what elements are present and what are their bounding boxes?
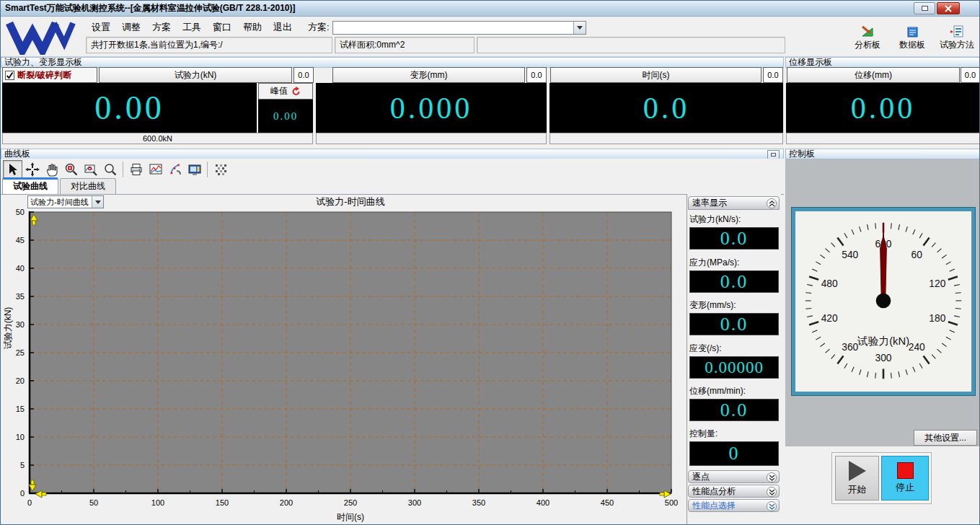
svg-text:200: 200 <box>280 498 293 507</box>
section-performance-analysis[interactable]: 性能点分析 <box>688 485 780 498</box>
scheme-label: 方案: <box>308 21 330 34</box>
status-empty <box>477 37 785 53</box>
svg-text:250: 250 <box>344 498 357 507</box>
restore-window-button[interactable] <box>914 2 935 14</box>
svg-text:150: 150 <box>216 498 229 507</box>
fracture-check-cell[interactable]: 断裂/破碎判断 <box>2 67 97 83</box>
svg-text:350: 350 <box>472 498 485 507</box>
rate-panel-header[interactable]: 速率显示 <box>688 196 780 210</box>
quick-action-bar: 分析板 数据板 试验方法 <box>847 21 977 54</box>
section-performance-select[interactable]: 性能点选择 <box>688 499 780 512</box>
deformation-display: 0.000 <box>316 83 547 133</box>
svg-text:240: 240 <box>909 342 925 353</box>
data-board-button[interactable]: 数据板 <box>892 21 932 54</box>
force-time-chart[interactable]: 0510152025303540455005010015020025030035… <box>1 207 682 524</box>
curve-panel-caption: 曲线板 <box>1 149 784 159</box>
menu-adjust[interactable]: 调整 <box>116 19 146 35</box>
svg-text:40: 40 <box>16 264 25 273</box>
svg-text:0: 0 <box>20 489 25 498</box>
screen-view-button[interactable] <box>185 160 204 178</box>
curve-dropdown-icon[interactable] <box>92 196 103 208</box>
start-label: 开始 <box>848 483 867 496</box>
menu-settings[interactable]: 设置 <box>86 19 116 35</box>
svg-text:60: 60 <box>911 250 923 260</box>
peak-header: 峰值 <box>258 83 313 100</box>
tab-test-curve[interactable]: 试验曲线 <box>2 177 58 194</box>
data-board-label: 数据板 <box>899 39 925 51</box>
expand-down-icon[interactable] <box>767 472 777 482</box>
menu-window[interactable]: 窗口 <box>207 19 237 35</box>
stop-button[interactable]: 停止 <box>881 456 929 500</box>
fracture-checkbox[interactable] <box>5 71 14 80</box>
zoom-in-tool-button[interactable] <box>61 160 81 178</box>
test-method-button[interactable]: 试验方法 <box>937 21 977 54</box>
svg-text:300: 300 <box>408 498 421 507</box>
deformation-channel-header[interactable]: 变形(mm) <box>332 67 525 83</box>
export-curve-button[interactable] <box>165 160 185 178</box>
combo-dropdown-icon[interactable] <box>573 22 586 34</box>
close-window-button[interactable] <box>937 2 960 14</box>
svg-text:50: 50 <box>16 208 25 216</box>
crosshair-icon <box>25 162 40 177</box>
hand-tool-button[interactable] <box>42 160 61 178</box>
stop-icon <box>897 462 914 479</box>
play-icon <box>849 461 866 481</box>
menu-scheme[interactable]: 方案 <box>146 19 177 35</box>
svg-text:20: 20 <box>16 376 25 385</box>
start-button[interactable]: 开始 <box>835 456 879 500</box>
collapse-up-icon[interactable] <box>767 198 777 208</box>
header-band: 设置 调整 方案 工具 窗口 帮助 退出 方案: 共打开数据1条,当前位置为1,… <box>1 17 979 57</box>
zoom-out-icon <box>103 162 118 177</box>
scheme-combobox[interactable] <box>332 21 586 35</box>
force-range-label: 600.0kN <box>2 133 313 144</box>
stop-label: 停止 <box>896 481 914 494</box>
displacement-corner-value: 0.0 <box>961 67 980 83</box>
rate-force-label: 试验力(kN/s): <box>689 213 779 226</box>
rate-strain-label: 应变(/s): <box>689 343 779 355</box>
svg-text:试验力(kN): 试验力(kN) <box>857 335 909 347</box>
svg-text:时间(s): 时间(s) <box>337 512 364 522</box>
pattern-settings-icon <box>213 162 228 177</box>
rate-stress-label: 应力(MPa/s): <box>689 257 779 269</box>
zoom-region-tool-button[interactable] <box>81 160 100 178</box>
rate-deform-label: 变形(mm/s): <box>689 299 779 312</box>
tab-compare-curve[interactable]: 对比曲线 <box>60 178 116 194</box>
time-corner-value: 0.0 <box>763 67 783 83</box>
data-board-icon <box>905 25 919 38</box>
rate-deform-display: 0.0 <box>689 313 779 335</box>
time-channel-header[interactable]: 时间(s) <box>550 67 762 83</box>
time-display: 0.0 <box>549 83 783 133</box>
close-icon <box>945 5 952 12</box>
restore-icon <box>922 6 928 11</box>
zoom-out-tool-button[interactable] <box>100 160 120 178</box>
status-data-info: 共打开数据1条,当前位置为1,编号:/ <box>86 37 332 53</box>
svg-text:420: 420 <box>821 313 838 324</box>
curve-tabs: 试验曲线 对比曲线 <box>2 180 118 194</box>
force-channel-header[interactable]: 试验力(kN) <box>99 67 292 83</box>
pattern-settings-button[interactable] <box>211 160 230 178</box>
curve-chart-button[interactable] <box>146 160 165 178</box>
svg-text:25: 25 <box>16 348 25 357</box>
expand-down-icon[interactable] <box>767 487 777 497</box>
cursor-tool-button[interactable] <box>3 160 22 178</box>
menu-exit[interactable]: 退出 <box>268 19 298 35</box>
svg-text:10: 10 <box>16 433 25 441</box>
toolbar-separator <box>123 162 123 177</box>
curve-type-value: 试验力-时间曲线 <box>30 198 89 206</box>
svg-text:500: 500 <box>665 498 678 507</box>
displacement-channel-header[interactable]: 位移(mm) <box>787 67 960 83</box>
svg-text:180: 180 <box>929 313 945 324</box>
other-settings-button[interactable]: 其他设置... <box>914 430 977 446</box>
svg-text:120: 120 <box>929 278 945 289</box>
crosshair-tool-button[interactable] <box>22 160 42 178</box>
menu-help[interactable]: 帮助 <box>237 19 268 35</box>
peak-reset-icon[interactable] <box>291 87 301 96</box>
expand-down-icon[interactable] <box>767 501 777 511</box>
section-pointwise-label: 逐点 <box>692 472 710 482</box>
test-method-icon <box>950 25 964 38</box>
peak-display: 0.00 <box>258 100 313 133</box>
analysis-board-button[interactable]: 分析板 <box>847 21 888 54</box>
section-pointwise[interactable]: 逐点 <box>688 470 780 483</box>
print-button[interactable] <box>126 160 146 178</box>
menu-tools[interactable]: 工具 <box>177 19 207 35</box>
